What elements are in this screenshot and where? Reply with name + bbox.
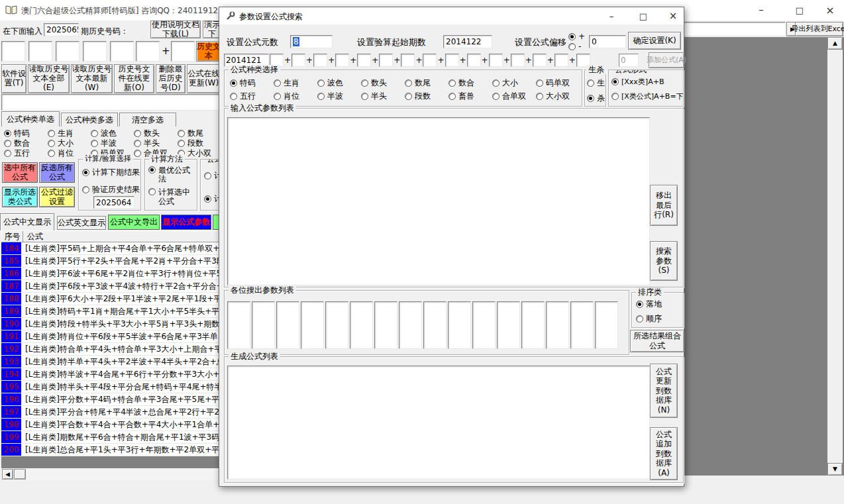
radio-最优公式法[interactable]: 最优公式法 [148, 166, 193, 183]
maximize-button[interactable]: □ [788, 2, 812, 18]
h-scrollbar[interactable] [1, 468, 222, 480]
table-row[interactable]: 192[L生肖类]特合单+平4头+特合单+平3大小+上期合+平1合+特大小+ [1, 343, 222, 356]
position-param-box[interactable] [227, 301, 250, 349]
position-param-box[interactable] [472, 301, 496, 349]
start-input[interactable]: 2014122 [443, 35, 492, 48]
formula-tail-input[interactable]: 0 [619, 54, 639, 67]
table-row[interactable]: 190[L生肖类]特段+特半头+平3大小+平5肖+平3头+期数尾+平6单双+平 [1, 318, 222, 330]
table-row[interactable]: 194[L生肖类]特半波+平4合尾+平6行+平分数+平3大小+特段+平3尾+平 [1, 368, 222, 381]
history-number-box-extra[interactable] [171, 41, 195, 62]
period-input[interactable]: 2025065 [44, 23, 79, 36]
formula-param-box[interactable] [533, 54, 547, 67]
radio-特码[interactable]: 特码 [230, 77, 274, 89]
scroll-up-button[interactable]: ▲ [827, 37, 843, 50]
toolbar-button[interactable]: 读取历史号文本全部(E) [28, 64, 70, 93]
radio-生肖[interactable]: 生肖 [274, 77, 317, 89]
scroll-left-button[interactable]: ◀ [2, 469, 13, 479]
radio-数头[interactable]: 数头 [134, 128, 178, 138]
formula-param-box[interactable] [335, 54, 349, 67]
history-text-button[interactable]: 历史文本 [196, 41, 221, 62]
position-param-box[interactable] [276, 301, 299, 349]
position-param-box[interactable] [448, 301, 471, 349]
formula-param-box[interactable] [489, 54, 503, 67]
formula-param-box[interactable] [445, 54, 459, 67]
radio-五行[interactable]: 五行 [4, 148, 48, 158]
radio-半波[interactable]: 半波 [91, 138, 134, 148]
radio-生[interactable]: 生 [587, 77, 605, 89]
generated-listbox[interactable] [227, 366, 650, 479]
history-number-box[interactable] [28, 41, 52, 62]
search-params-button[interactable]: 搜索参数(S) [650, 241, 678, 281]
toolbar-button[interactable]: 公式在线更新(W) [187, 64, 221, 93]
formula-param-box[interactable] [379, 54, 393, 67]
radio-[X类公式]A+B=下期杀xx[interactable]: [X类公式]A+B=下期杀xx [611, 91, 684, 101]
radio-特码[interactable]: 特码 [4, 128, 48, 138]
position-param-box[interactable] [252, 301, 275, 349]
offset-input[interactable]: 0 [589, 35, 626, 48]
table-row[interactable]: 195[L生肖类]特半头+平4段+平分合尾+特码+平4尾+特半单+特半头+特 [1, 381, 222, 393]
verify-period-input[interactable]: 2025064 [93, 196, 134, 209]
history-number-box[interactable] [83, 41, 107, 62]
radio-波色[interactable]: 波色 [317, 77, 361, 89]
radio-码单双[interactable]: 码单双 [536, 77, 580, 89]
toolbar-button[interactable]: 软件设置(T) [1, 64, 26, 93]
formula-param-box[interactable] [357, 54, 371, 67]
radio-半头[interactable]: 半头 [134, 138, 178, 148]
history-number-box[interactable] [136, 41, 160, 62]
table-row[interactable]: 189[L生肖类]特码+平1肖+期合尾+平1大小+平5半头+平3肖位+平2肖位 [1, 305, 222, 318]
radio-计算下期结果[interactable]: 计算下期结果 [82, 167, 140, 178]
formula-param-box[interactable] [511, 54, 525, 67]
radio-大小[interactable]: 大小 [492, 77, 536, 89]
history-number-box[interactable] [110, 41, 134, 62]
table-row[interactable]: 193[L生肖类]特半单+平4头+平2半波+平4半头+平2合+总分合尾+平4大 [1, 356, 222, 368]
radio-段数[interactable]: 段数 [405, 91, 448, 102]
position-param-box[interactable] [546, 301, 569, 349]
confirm-settings-button[interactable]: 确定设置(K) [628, 32, 681, 50]
radio-半波[interactable]: 半波 [317, 91, 361, 102]
radio-大小[interactable]: 大小 [48, 138, 91, 148]
toolbar-button[interactable]: 删除最后历史号(D) [156, 64, 185, 93]
radio-生肖[interactable]: 生肖 [48, 128, 91, 138]
position-param-box[interactable] [399, 301, 422, 349]
table-row[interactable]: 184[L生肖类]平5码+上期合+平4合单+平6合尾+特单双+平3行+平1尾+ [1, 242, 222, 255]
dialog-maximize-button[interactable]: □ [634, 9, 653, 23]
radio-验证历史结果[interactable]: 验证历史结果 [82, 184, 140, 195]
input-params-listbox[interactable] [227, 117, 650, 285]
radio-杀[interactable]: 杀 [587, 93, 605, 104]
append-db-button[interactable]: 公式追加到数据库(A) [650, 427, 678, 480]
radio-五行[interactable]: 五行 [230, 91, 274, 102]
radio-畜兽[interactable]: 畜兽 [448, 91, 492, 102]
table-row[interactable]: 187[L生肖类]平6段+平3波+平4波+特行+平2合+平分合+平1肖+平2半 [1, 280, 222, 293]
combine-results-button[interactable]: 所选结果组合公式 [630, 330, 684, 352]
position-param-box[interactable] [570, 301, 594, 349]
radio-肖位[interactable]: 肖位 [274, 91, 317, 102]
toolbar-button[interactable]: 历史号文件在线更新(O) [114, 64, 154, 93]
close-button[interactable]: × [818, 2, 842, 18]
radio-[Xxx类]A+B[interactable]: [Xxx类]A+B [611, 77, 684, 87]
radio-波色[interactable]: 波色 [91, 128, 134, 138]
formula-param-box[interactable] [467, 54, 481, 67]
table-row[interactable]: 199[L生肖类]期数尾+平6合+特合+期合尾+平1波+平3码+平4波+平6行 [1, 431, 222, 444]
table-row[interactable]: 196[L生肖类]平分数+平4码+特合单+平3合尾+平5尾+平3单双+平6肖位 [1, 393, 222, 406]
export-excel-button[interactable]: 导出列表到Excel [795, 22, 843, 36]
radio-落地[interactable]: 落地 [636, 299, 662, 310]
history-number-box[interactable] [56, 41, 79, 62]
doc-download-button[interactable]: 使用说明文档下载(L) [150, 21, 201, 38]
radio-段数[interactable]: 段数 [178, 138, 221, 148]
dialog-close-button[interactable]: × [664, 9, 682, 23]
scroll-down-button[interactable]: ▼ [827, 463, 843, 476]
update-db-button[interactable]: 公式更新到数据库(N) [650, 364, 678, 418]
radio-数合[interactable]: 数合 [448, 77, 492, 89]
radio-计算选中公式[interactable]: 计算选中公式 [148, 188, 193, 205]
position-param-box[interactable] [374, 301, 397, 349]
remove-last-row-button[interactable]: 移出最后行(R) [650, 185, 678, 226]
position-param-box[interactable] [423, 301, 447, 349]
position-param-box[interactable] [325, 301, 348, 349]
formula-param-box[interactable] [313, 54, 327, 67]
position-param-box[interactable] [301, 301, 324, 349]
select-button[interactable]: 反选所有公式 [39, 162, 75, 183]
table-row[interactable]: 191[L生肖类]特肖位+平6段+平5半波+平6合尾+平3半单+特肖位+平4段 [1, 330, 222, 343]
table-row[interactable]: 186[L生肖类]平6波+平6尾+平2肖位+平3行+特肖位+平5头+特半头+特 [1, 268, 222, 280]
display-tab[interactable]: 公式英文显示 [57, 216, 106, 230]
radio-顺序[interactable]: 顺序 [636, 313, 662, 325]
